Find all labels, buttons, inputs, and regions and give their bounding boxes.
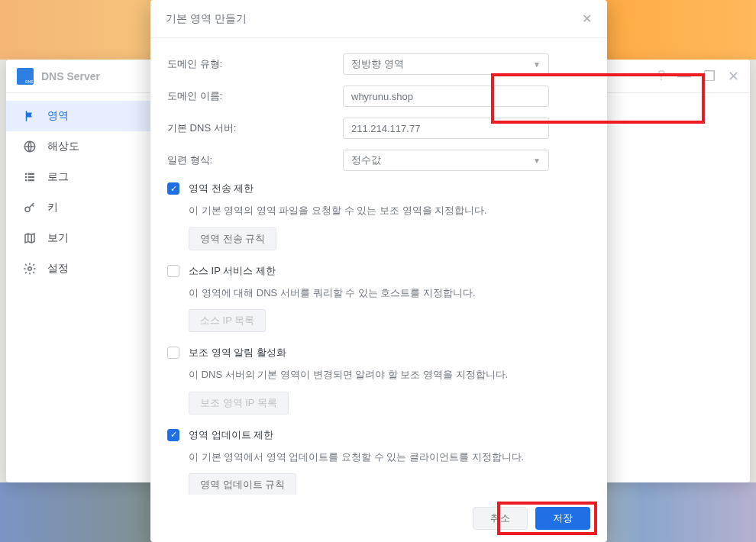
checkbox-row-zone-update[interactable]: 영역 업데이트 제한 [167, 428, 590, 442]
checkbox-zone-transfer[interactable] [167, 182, 179, 195]
label-domain-type: 도메인 유형: [167, 57, 343, 71]
row-dns-server: 기본 DNS 서버: 211.214.117.77 [167, 118, 590, 139]
section-source-ip: 소스 IP 서비스 제한 이 영역에 대해 DNS 서버를 쿼리할 수 있는 호… [167, 264, 590, 333]
modal-backdrop: 기본 영역 만들기 ✕ 도메인 유형: 정방향 영역 ▼ 도메인 이름: why… [0, 0, 756, 542]
row-domain-name: 도메인 이름: whyrunu.shop [167, 85, 590, 107]
section-desc: 이 DNS 서버의 기본 영역이 변경되면 알려야 할 보조 영역을 지정합니다… [189, 367, 590, 382]
section-desc: 이 기본 영역에서 영역 업데이트를 요청할 수 있는 클라이언트를 지정합니다… [189, 450, 590, 465]
serial-format-select[interactable]: 정수값 ▼ [343, 150, 549, 171]
checkbox-notify[interactable] [167, 347, 179, 359]
section-desc: 이 기본 영역의 영역 파일을 요청할 수 있는 보조 영역을 지정합니다. [189, 203, 590, 218]
domain-name-value: whyrunu.shop [351, 91, 413, 102]
domain-type-select[interactable]: 정방향 영역 ▼ [343, 53, 549, 75]
modal-body: 도메인 유형: 정방향 영역 ▼ 도메인 이름: whyrunu.shop 기본… [150, 38, 607, 495]
label-dns-server: 기본 DNS 서버: [167, 121, 343, 135]
checkbox-source-ip[interactable] [167, 265, 179, 277]
section-desc: 이 영역에 대해 DNS 서버를 쿼리할 수 있는 호스트를 지정합니다. [189, 286, 590, 301]
checkbox-label: 소스 IP 서비스 제한 [189, 264, 276, 278]
section-notify: 보조 영역 알림 활성화 이 DNS 서버의 기본 영역이 변경되면 알려야 할… [167, 346, 590, 415]
checkbox-label: 영역 업데이트 제한 [189, 428, 273, 442]
dns-server-input[interactable]: 211.214.117.77 [343, 118, 549, 139]
checkbox-label: 보조 영역 알림 활성화 [189, 346, 286, 360]
checkbox-row-source-ip[interactable]: 소스 IP 서비스 제한 [167, 264, 590, 278]
modal-title: 기본 영역 만들기 [166, 12, 247, 26]
zone-update-rules-button[interactable]: 영역 업데이트 규칙 [189, 473, 296, 495]
checkbox-zone-update[interactable] [167, 429, 179, 441]
notify-ip-list-button: 보조 영역 IP 목록 [189, 392, 289, 415]
label-serial-format: 일련 형식: [167, 153, 343, 167]
modal-header: 기본 영역 만들기 ✕ [150, 0, 607, 38]
chevron-down-icon: ▼ [533, 60, 541, 69]
chevron-down-icon: ▼ [533, 156, 541, 165]
save-button[interactable]: 저장 [535, 507, 590, 530]
section-zone-update: 영역 업데이트 제한 이 기본 영역에서 영역 업데이트를 요청할 수 있는 클… [167, 428, 590, 495]
create-zone-modal: 기본 영역 만들기 ✕ 도메인 유형: 정방향 영역 ▼ 도메인 이름: why… [150, 0, 607, 542]
row-domain-type: 도메인 유형: 정방향 영역 ▼ [167, 53, 590, 75]
domain-name-input[interactable]: whyrunu.shop [343, 85, 549, 107]
serial-format-value: 정수값 [351, 153, 381, 167]
cancel-button[interactable]: 취소 [473, 507, 528, 530]
close-icon[interactable]: ✕ [582, 11, 592, 26]
domain-type-value: 정방향 영역 [351, 57, 404, 71]
dns-server-value: 211.214.117.77 [351, 123, 420, 134]
checkbox-row-notify[interactable]: 보조 영역 알림 활성화 [167, 346, 590, 360]
row-serial-format: 일련 형식: 정수값 ▼ [167, 150, 590, 171]
checkbox-label: 영역 전송 제한 [189, 182, 254, 195]
source-ip-list-button: 소스 IP 목록 [189, 309, 266, 332]
section-zone-transfer: 영역 전송 제한 이 기본 영역의 영역 파일을 요청할 수 있는 보조 영역을… [167, 182, 590, 250]
label-domain-name: 도메인 이름: [167, 89, 343, 103]
zone-transfer-rules-button[interactable]: 영역 전송 규칙 [189, 227, 276, 250]
checkbox-row-zone-transfer[interactable]: 영역 전송 제한 [167, 182, 590, 195]
modal-footer: 취소 저장 [150, 495, 607, 542]
